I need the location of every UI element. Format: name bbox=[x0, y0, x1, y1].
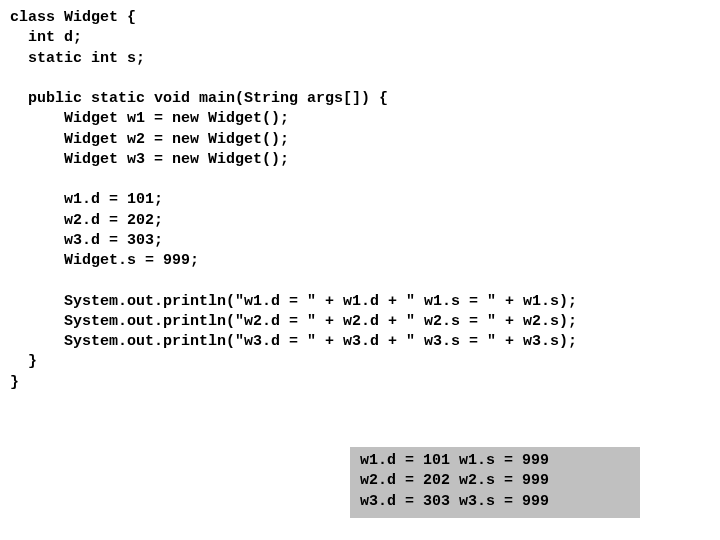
code-line: static int s; bbox=[10, 50, 145, 67]
program-output: w1.d = 101 w1.s = 999 w2.d = 202 w2.s = … bbox=[350, 447, 640, 518]
slide: class Widget { int d; static int s; publ… bbox=[0, 0, 720, 540]
code-line: System.out.println("w3.d = " + w3.d + " … bbox=[10, 333, 577, 350]
code-line: int d; bbox=[10, 29, 82, 46]
code-line: Widget.s = 999; bbox=[10, 252, 199, 269]
code-line: Widget w2 = new Widget(); bbox=[10, 131, 289, 148]
code-line: w1.d = 101; bbox=[10, 191, 163, 208]
code-line: w2.d = 202; bbox=[10, 212, 163, 229]
code-line: } bbox=[10, 374, 19, 391]
code-line: w3.d = 303; bbox=[10, 232, 163, 249]
code-line: Widget w1 = new Widget(); bbox=[10, 110, 289, 127]
output-line: w3.d = 303 w3.s = 999 bbox=[360, 493, 549, 510]
output-line: w1.d = 101 w1.s = 999 bbox=[360, 452, 549, 469]
code-line: System.out.println("w2.d = " + w2.d + " … bbox=[10, 313, 577, 330]
code-block: class Widget { int d; static int s; publ… bbox=[10, 8, 720, 393]
code-line: Widget w3 = new Widget(); bbox=[10, 151, 289, 168]
code-line: public static void main(String args[]) { bbox=[10, 90, 388, 107]
output-line: w2.d = 202 w2.s = 999 bbox=[360, 472, 549, 489]
code-line: } bbox=[10, 353, 37, 370]
code-line: System.out.println("w1.d = " + w1.d + " … bbox=[10, 293, 577, 310]
code-line: class Widget { bbox=[10, 9, 136, 26]
